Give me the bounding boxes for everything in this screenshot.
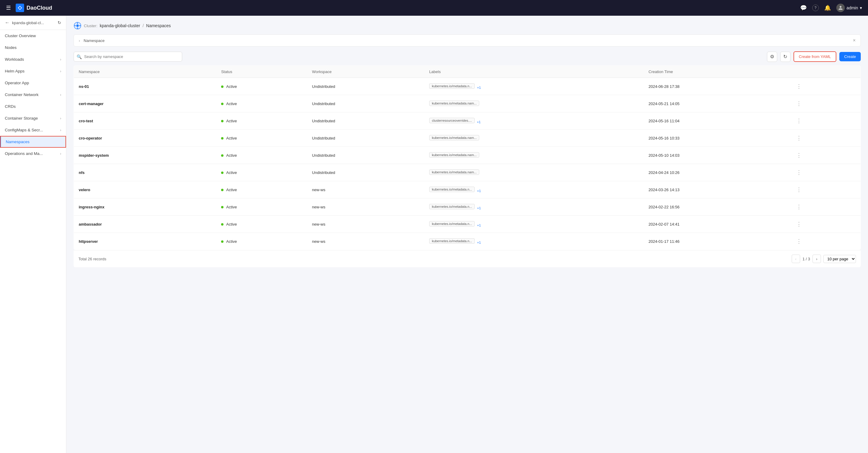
sidebar-item-operations[interactable]: Operations and Ma... › — [0, 148, 66, 160]
filter-close-icon[interactable]: × — [853, 38, 856, 43]
label-extra-6: +1 — [477, 189, 481, 193]
cell-status-5: Active — [216, 164, 307, 181]
namespace-link-2[interactable]: cro-test — [79, 119, 93, 123]
status-text-6: Active — [226, 188, 237, 192]
namespace-link-8[interactable]: ambassador — [79, 222, 102, 227]
daocloud-logo-icon — [16, 4, 24, 12]
filter-bar[interactable]: › Namespace × — [73, 34, 861, 47]
cluster-name[interactable]: kpanda-global-cluster — [100, 23, 140, 28]
cell-labels-0: kubernetes.io/metadata.n... +1 — [424, 78, 644, 95]
more-actions-button-6[interactable]: ⋮ — [794, 185, 804, 194]
cell-creation-time-3: 2024-05-16 10:33 — [644, 130, 789, 147]
more-actions-button-1[interactable]: ⋮ — [794, 99, 804, 108]
cell-actions-7: ⋮ — [789, 198, 861, 216]
search-input[interactable] — [73, 52, 182, 62]
more-actions-button-3[interactable]: ⋮ — [794, 134, 804, 143]
sidebar-item-configmaps[interactable]: ConfigMaps & Secr... › — [0, 124, 66, 136]
label-tag-8[interactable]: kubernetes.io/metadata.n... — [429, 221, 475, 227]
sidebar-item-container-storage[interactable]: Container Storage › — [0, 112, 66, 124]
sidebar-item-label: CRDs — [5, 104, 16, 109]
label-tag-3[interactable]: kubernetes.io/metadata.nam... — [429, 135, 479, 140]
cell-namespace-2: cro-test — [74, 112, 217, 130]
total-records: Total 26 records — [79, 257, 106, 261]
more-actions-button-0[interactable]: ⋮ — [794, 82, 804, 91]
table-row: cro-test Active Undistributed clusterres… — [74, 112, 861, 130]
hamburger-icon[interactable]: ☰ — [6, 4, 11, 11]
cell-labels-4: kubernetes.io/metadata.nam... — [424, 147, 644, 164]
status-dot-2 — [221, 120, 223, 122]
cell-labels-1: kubernetes.io/metadata.nam... — [424, 95, 644, 112]
create-button[interactable]: Create — [839, 52, 861, 61]
status-text-4: Active — [226, 153, 237, 158]
more-actions-button-2[interactable]: ⋮ — [794, 116, 804, 125]
namespace-link-9[interactable]: httpserver — [79, 239, 98, 244]
sidebar-item-crds[interactable]: CRDs — [0, 101, 66, 112]
cell-actions-1: ⋮ — [789, 95, 861, 112]
label-tag-6[interactable]: kubernetes.io/metadata.n... — [429, 187, 475, 192]
next-page-button[interactable]: › — [812, 255, 821, 263]
namespace-link-7[interactable]: ingress-nginx — [79, 205, 104, 209]
col-actions — [789, 66, 861, 78]
settings-button[interactable]: ⚙ — [767, 52, 777, 62]
col-namespace: Namespace — [74, 66, 217, 78]
sidebar-back-label: kpanda-global-cl... — [12, 21, 44, 25]
label-tag-5[interactable]: kubernetes.io/metadata.nam... — [429, 169, 479, 175]
label-tag-7[interactable]: kubernetes.io/metadata.n... — [429, 204, 475, 209]
sidebar-item-container-network[interactable]: Container Network › — [0, 89, 66, 101]
per-page-select[interactable]: 10 per page 20 per page 50 per page — [824, 255, 856, 263]
cell-namespace-8: ambassador — [74, 216, 217, 233]
cell-namespace-4: mspider-system — [74, 147, 217, 164]
label-tag-2[interactable]: clusterresourceoverrides.... — [429, 118, 475, 123]
label-tag-4[interactable]: kubernetes.io/metadata.nam... — [429, 152, 479, 158]
cell-labels-3: kubernetes.io/metadata.nam... — [424, 130, 644, 147]
more-actions-button-9[interactable]: ⋮ — [794, 237, 804, 246]
filter-chevron-icon: › — [79, 38, 80, 43]
top-header: ☰ DaoCloud 💬 ? 🔔 admin ▾ — [0, 0, 868, 16]
cell-status-0: Active — [216, 78, 307, 95]
cell-status-7: Active — [216, 198, 307, 216]
cluster-icon — [73, 22, 82, 30]
namespace-link-1[interactable]: cert-manager — [79, 102, 103, 106]
cell-workspace-0: Undistributed — [307, 78, 424, 95]
namespace-link-3[interactable]: cro-operator — [79, 136, 102, 140]
create-yaml-button[interactable]: Create from YAML — [794, 51, 836, 62]
bell-icon[interactable]: 🔔 — [824, 4, 831, 11]
cell-creation-time-5: 2024-04-24 10:26 — [644, 164, 789, 181]
namespace-link-0[interactable]: ns-01 — [79, 84, 89, 89]
more-actions-button-5[interactable]: ⋮ — [794, 168, 804, 177]
sidebar-item-namespaces[interactable]: Namespaces — [0, 136, 66, 148]
namespace-link-6[interactable]: velero — [79, 188, 90, 192]
namespace-link-5[interactable]: nfs — [79, 170, 85, 175]
admin-avatar — [836, 4, 845, 12]
toolbar-right: ⚙ ↻ Create from YAML Create — [767, 51, 861, 62]
label-tag-1[interactable]: kubernetes.io/metadata.nam... — [429, 101, 479, 106]
cell-workspace-4: Undistributed — [307, 147, 424, 164]
namespaces-table: Namespace Status Workspace Labels Creati… — [73, 65, 861, 250]
refresh-button[interactable]: ↻ — [780, 52, 790, 62]
sidebar-refresh-icon[interactable]: ↻ — [58, 20, 61, 25]
label-tag-9[interactable]: kubernetes.io/metadata.n... — [429, 238, 475, 244]
more-actions-button-4[interactable]: ⋮ — [794, 151, 804, 160]
sidebar-item-helm-apps[interactable]: Helm Apps › — [0, 65, 66, 77]
col-status: Status — [216, 66, 307, 78]
sidebar-item-label: Container Network — [5, 92, 39, 97]
cell-labels-6: kubernetes.io/metadata.n... +1 — [424, 181, 644, 198]
label-tag-0[interactable]: kubernetes.io/metadata.n... — [429, 83, 475, 89]
help-icon[interactable]: ? — [812, 4, 819, 11]
label-extra-7: +1 — [477, 206, 481, 210]
more-actions-button-8[interactable]: ⋮ — [794, 220, 804, 229]
sidebar-item-nodes[interactable]: Nodes — [0, 42, 66, 53]
prev-page-button[interactable]: ‹ — [792, 255, 800, 263]
filter-label: Namespace — [84, 38, 104, 43]
chat-icon[interactable]: 💬 — [800, 4, 807, 11]
sidebar-item-cluster-overview[interactable]: Cluster Overview — [0, 30, 66, 42]
page-info: 1 / 3 — [803, 257, 810, 261]
more-actions-button-7[interactable]: ⋮ — [794, 202, 804, 211]
sidebar-back[interactable]: ← kpanda-global-cl... ↻ — [0, 16, 66, 30]
table-row: cro-operator Active Undistributed kubern… — [74, 130, 861, 147]
cell-actions-4: ⋮ — [789, 147, 861, 164]
namespace-link-4[interactable]: mspider-system — [79, 153, 109, 158]
admin-area[interactable]: admin ▾ — [836, 4, 862, 12]
sidebar-item-workloads[interactable]: Workloads › — [0, 53, 66, 65]
sidebar-item-operator-app[interactable]: Operator App — [0, 77, 66, 89]
